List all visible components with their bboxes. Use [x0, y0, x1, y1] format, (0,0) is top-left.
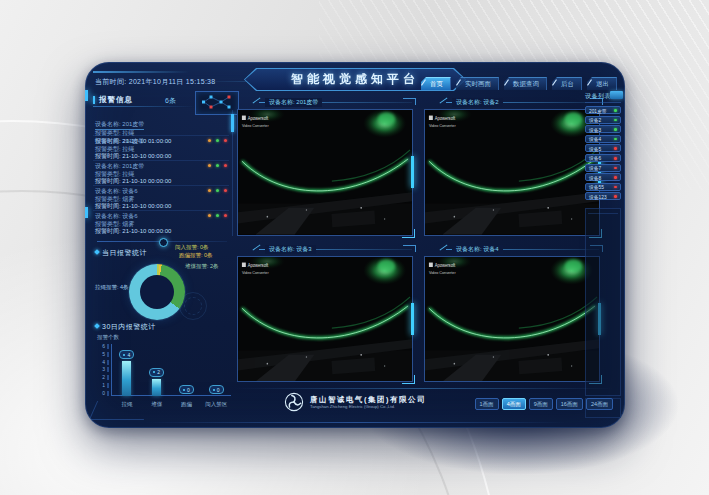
video-watermark-line1: Apowersoft — [435, 116, 456, 121]
device-status-dot — [614, 109, 617, 112]
video-feed-image: Apowersoft Video Converter — [425, 257, 599, 382]
alarm-item[interactable]: 设备名称: 201皮带 报警类型: 拉绳 报警时间: 21-10-10 01:0… — [93, 110, 229, 135]
video-panel-title: 设备名称: 设备4 — [452, 245, 503, 254]
company-name-cn: 唐山智诚电气(集团)有限公司 — [310, 395, 426, 404]
device-status-dot — [614, 128, 617, 131]
header-corner-decoration — [403, 98, 416, 105]
company-name-en: Tangshan Zhicheng Electric (Group) Co.,L… — [310, 404, 426, 409]
alarm-item[interactable]: 设备名称: 设备6 报警类型: 烟雾 报警时间: 21-10-10 00:00:… — [93, 210, 229, 235]
device-list-action-chip[interactable] — [610, 91, 623, 99]
device-item[interactable]: 设备123 — [585, 192, 621, 200]
video-panel[interactable]: 设备名称: 设备3 — [235, 243, 416, 385]
video-screen[interactable]: Apowersoft Video Converter — [237, 256, 413, 383]
device-item[interactable]: 设备6 — [585, 154, 621, 162]
screen-layout-button[interactable]: 1画面 — [475, 398, 499, 410]
alarm-count-badge: 6条 — [165, 96, 176, 106]
screen-layout-button[interactable]: 9画面 — [529, 398, 553, 410]
device-name: 设备123 — [589, 194, 607, 200]
video-feed-image: Apowersoft Video Converter — [238, 257, 412, 382]
status-light-red — [224, 214, 227, 217]
device-item[interactable]: 设备2 — [585, 116, 621, 124]
video-screen[interactable]: Apowersoft Video Converter — [424, 109, 600, 236]
device-name: 201皮带 — [589, 108, 607, 114]
header-slant-decoration — [440, 98, 448, 104]
device-item[interactable]: 设备7 — [585, 164, 621, 172]
device-item[interactable]: 设备8 — [585, 173, 621, 181]
alarm-item[interactable]: 设备名称: 设备6 报警类型: 烟雾 报警时间: 21-10-10 00:00:… — [93, 185, 229, 210]
video-watermark-line1: Apowersoft — [248, 262, 269, 267]
alarm-status-lights — [208, 164, 227, 167]
screen-corner-bracket — [402, 375, 415, 384]
screen-layout-button[interactable]: 24画面 — [586, 398, 613, 410]
screen-right-accent — [411, 303, 414, 335]
video-panel-title: 设备名称: 设备3 — [265, 245, 316, 254]
status-light-orange — [208, 139, 211, 142]
device-item[interactable]: 设备55 — [585, 183, 621, 191]
screen-layout-buttons: 1画面4画面9画面16画面24画面 — [475, 398, 613, 410]
donut-label: 跑偏报警: 0条 — [179, 252, 213, 259]
video-panel[interactable]: 设备名称: 201皮带 — [235, 96, 416, 238]
device-item[interactable]: 设备5 — [585, 144, 621, 152]
screen-corner-bracket — [402, 229, 415, 238]
nav-tab[interactable]: 后台 — [552, 77, 582, 90]
device-list-header: 设备列表 — [585, 92, 621, 103]
device-item[interactable]: 设备4 — [585, 135, 621, 143]
watermark-emblem — [179, 292, 207, 320]
y-tick: 4 — [102, 360, 109, 365]
screen-layout-button[interactable]: 4画面 — [502, 398, 526, 410]
device-item[interactable]: 设备3 — [585, 125, 621, 133]
video-panel[interactable]: 设备名称: 设备2 — [422, 96, 603, 238]
video-screen[interactable]: Apowersoft Video Converter — [424, 256, 600, 383]
bar-chart-ylabel: 报警个数 — [97, 334, 119, 341]
bar-value-pill: 4 — [119, 350, 134, 359]
device-status-dot — [614, 167, 617, 170]
device-name: 设备55 — [589, 184, 604, 190]
daily-alarm-donut-chart — [129, 264, 185, 320]
video-panel-title: 设备名称: 设备2 — [452, 98, 503, 107]
page-title: 智能视觉感知平台 — [291, 71, 419, 88]
device-list: 201皮带 设备2 设备3 设备4 设备5 设备6 设备7 设备8 设备55 设… — [585, 106, 621, 202]
alarm-section-title: 报警信息 — [99, 95, 133, 105]
video-panel[interactable]: 设备名称: 设备4 — [422, 243, 603, 385]
alarm-scrollbar[interactable] — [232, 110, 233, 236]
device-name: 设备7 — [589, 165, 601, 171]
video-watermark-line2: Video Converter — [429, 269, 456, 274]
screen-layout-button[interactable]: 16画面 — [556, 398, 583, 410]
alarm-time: 报警时间: 21-10-10 00:00:00 — [95, 228, 229, 236]
bar-value-pill: 2 — [149, 368, 164, 377]
header-corner-decoration — [403, 245, 416, 252]
nav-tab[interactable]: 退出 — [587, 77, 617, 90]
video-feed-image: Apowersoft Video Converter — [238, 110, 412, 235]
network-topology-icon — [196, 92, 236, 112]
header-slant-decoration — [253, 98, 261, 104]
y-tick: 3 — [102, 367, 109, 372]
alarm-slider-track[interactable] — [97, 241, 227, 242]
bar-value: 4 — [127, 352, 130, 358]
device-detail-placeholder — [585, 208, 621, 396]
video-watermark-line1: Apowersoft — [435, 262, 456, 267]
alarm-item[interactable]: 设备名称: 201皮带 报警类型: 拉绳 报警时间: 21-10-10 00:0… — [93, 135, 229, 160]
nav-tab[interactable]: 首页 — [421, 77, 451, 90]
screen-right-accent — [411, 156, 414, 188]
video-watermark-line2: Video Converter — [429, 122, 456, 127]
alarm-item[interactable]: 设备名称: 201皮带 报警类型: 拉绳 报警时间: 21-10-10 00:0… — [93, 160, 229, 185]
device-name: 设备6 — [589, 155, 601, 161]
video-screen[interactable]: Apowersoft Video Converter — [237, 109, 413, 236]
edge-accent — [85, 90, 88, 101]
page: { "header": { "time": "当前时间: 2021年10月11日… — [0, 0, 709, 495]
nav-tab[interactable]: 实时画面 — [456, 77, 499, 90]
device-item[interactable]: 201皮带 — [585, 106, 621, 114]
device-name: 设备4 — [589, 136, 601, 142]
status-light-orange — [208, 189, 211, 192]
alarm-status-lights — [208, 189, 227, 192]
nav-tabs: 首页实时画面数据查询后台退出 — [421, 77, 617, 90]
nav-tab[interactable]: 数据查询 — [504, 77, 547, 90]
y-tick: 6 — [102, 344, 109, 349]
corner-decoration — [89, 401, 152, 420]
device-name: 设备2 — [589, 117, 601, 123]
alarm-slider-knob[interactable] — [159, 238, 168, 247]
video-watermark-line1: Apowersoft — [248, 116, 269, 121]
device-name: 设备8 — [589, 175, 601, 181]
left-sidebar: 报警信息 6条 设备名称: 201皮带 报警类型: 拉绳 报警时间: 21-10… — [93, 94, 235, 424]
device-name: 设备3 — [589, 127, 601, 133]
